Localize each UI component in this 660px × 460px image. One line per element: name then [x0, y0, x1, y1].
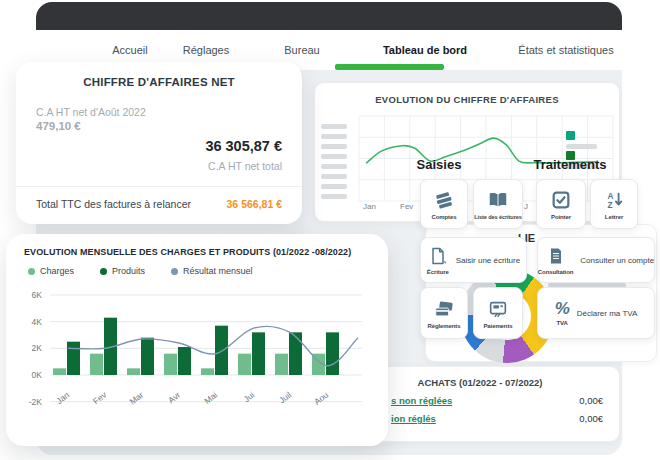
bar-charges — [201, 368, 214, 375]
bar-produits — [215, 326, 228, 375]
tile-declarer-tva[interactable]: % TVA Déclarer ma TVA — [537, 287, 655, 339]
bar-produits — [289, 332, 302, 375]
dashboard-screenshot: Accueil Réglages Bureau Tableau de bord … — [0, 0, 660, 460]
shortcuts-header-traitements: Traitements — [527, 157, 613, 172]
relance-label: Total TTC des factures à relancer — [36, 198, 191, 210]
xtick-label: Jan — [54, 390, 71, 406]
percent-icon: % — [555, 300, 570, 317]
checkbox-icon — [550, 189, 572, 211]
bar-charges — [238, 354, 251, 375]
shortcuts-header-saisies: Saisies — [410, 157, 468, 172]
ytick-label: -2K — [29, 397, 43, 407]
tile-label: TVA — [557, 320, 568, 326]
bar-produits — [141, 338, 154, 375]
svg-text:A: A — [608, 192, 614, 201]
tile-pointer[interactable]: Pointer — [536, 179, 586, 229]
bar-produits — [326, 332, 339, 375]
card-chiffre-affaires: CHIFFRE D'AFFAIRES NET C.A HT net d'Août… — [16, 62, 302, 224]
legend-label: Charges — [40, 266, 74, 276]
sort-az-icon: A Z — [603, 189, 625, 211]
tab-etats-statistiques[interactable]: États et statistiques — [518, 44, 613, 56]
tile-description: Déclarer ma TVA — [577, 309, 638, 318]
xtick-label: Fev — [91, 389, 109, 406]
tile-label: Paiements — [483, 323, 512, 329]
achats-link-non-reglees[interactable]: s non réglées — [391, 395, 452, 406]
xtick-label: Mai — [202, 390, 219, 406]
tile-label: Pointer — [551, 214, 571, 220]
xtick-label: Avr — [166, 390, 182, 406]
bar-produits — [252, 332, 265, 375]
ytick-label: 4K — [32, 317, 43, 327]
tab-bureau[interactable]: Bureau — [284, 44, 319, 56]
tile-lettrer[interactable]: A Z Lettrer — [590, 179, 638, 229]
svg-text:Z: Z — [608, 201, 613, 210]
bar-charges — [164, 354, 177, 375]
xtick-label: Aou — [312, 390, 330, 407]
ytick-label: 0K — [32, 370, 43, 380]
tile-icon-column: Consultation — [538, 246, 573, 275]
ca-total-label: C.A HT net total — [208, 160, 282, 172]
books-icon — [433, 189, 455, 211]
card-charges-produits: EVOLUTION MENSUELLE DES CHARGES ET PRODU… — [6, 234, 388, 446]
legend-dot-produits — [100, 268, 107, 275]
card-title: EVOLUTION MENSUELLE DES CHARGES ET PRODU… — [24, 247, 351, 257]
xaxis-label: J — [524, 202, 528, 211]
ca-total-value: 36 305,87 € — [205, 138, 282, 154]
tile-comptes[interactable]: Comptes — [420, 179, 468, 229]
bar-charges — [275, 354, 288, 375]
tile-icon-column: % TVA — [555, 300, 570, 326]
card-title: CHIFFRE D'AFFAIRES NET — [16, 76, 302, 88]
xaxis-label: Fev — [400, 202, 413, 211]
chart-legend: Charges Produits Résultat mensuel — [28, 266, 253, 276]
tile-saisir-ecriture[interactable]: Écriture Saisir une écriture — [420, 237, 527, 283]
legend-item-charges: Charges — [28, 266, 74, 276]
xtick-label: Juil — [277, 390, 293, 406]
xaxis-label: Jan — [363, 202, 376, 211]
ca-month-value: 479,10 € — [36, 120, 81, 132]
active-tab-underline — [335, 64, 444, 70]
achats-value: 0,00€ — [579, 413, 603, 424]
legend-label: Produits — [112, 266, 145, 276]
document-lines-icon — [546, 246, 566, 266]
legend-swatch-teal — [566, 131, 575, 140]
tile-icon-column: Écriture — [427, 246, 449, 275]
tile-reglements[interactable]: Règlements — [420, 287, 468, 339]
bar-charges — [127, 368, 140, 375]
bar-produits — [67, 342, 80, 375]
tile-description: Consulter un compte — [580, 256, 654, 265]
open-book-icon — [487, 189, 509, 211]
ca-month-label: C.A HT net d'Août 2022 — [36, 106, 146, 118]
tile-label: Règlements — [427, 323, 460, 329]
tile-paiements[interactable]: Paiements — [473, 287, 523, 339]
relance-value: 36 566,81 € — [227, 198, 282, 210]
legend-skeleton-label — [566, 144, 597, 149]
tile-consulter-compte[interactable]: Consultation Consulter un compte — [537, 237, 655, 283]
ytick-label: 2K — [32, 343, 43, 353]
tab-tableau-de-bord[interactable]: Tableau de bord — [383, 44, 467, 56]
tab-reglages[interactable]: Réglages — [183, 44, 229, 56]
bar-charges — [53, 368, 66, 375]
tile-label: Comptes — [432, 214, 457, 220]
achats-value: 0,00€ — [579, 395, 603, 406]
divider — [16, 186, 302, 187]
tile-label: Consultation — [538, 269, 573, 275]
window-titlebar — [36, 2, 622, 30]
bar-charges — [90, 354, 103, 375]
legend-item-resultat: Résultat mensuel — [171, 266, 253, 276]
bar-produits — [178, 347, 191, 375]
ytick-label: 6K — [32, 290, 43, 300]
legend-dot-resultat — [171, 268, 178, 275]
tile-label: Lettrer — [605, 214, 623, 220]
legend-dot-charges — [28, 268, 35, 275]
tab-accueil[interactable]: Accueil — [112, 44, 147, 56]
legend-item-produits: Produits — [100, 266, 145, 276]
tile-label: Liste des écritures — [474, 214, 522, 220]
achats-link-regles[interactable]: ion réglés — [391, 413, 436, 424]
credit-cards-icon — [433, 298, 455, 320]
charges-produits-chart: 6K4K2K0K-2KJanFevMarAvrMaiJuiJuilAou — [6, 284, 388, 446]
tile-description: Saisir une écriture — [456, 256, 520, 265]
tile-label: Écriture — [427, 269, 449, 275]
payment-terminal-icon — [487, 298, 509, 320]
xtick-label: Mar — [128, 390, 146, 407]
tile-liste-ecritures[interactable]: Liste des écritures — [473, 179, 523, 229]
